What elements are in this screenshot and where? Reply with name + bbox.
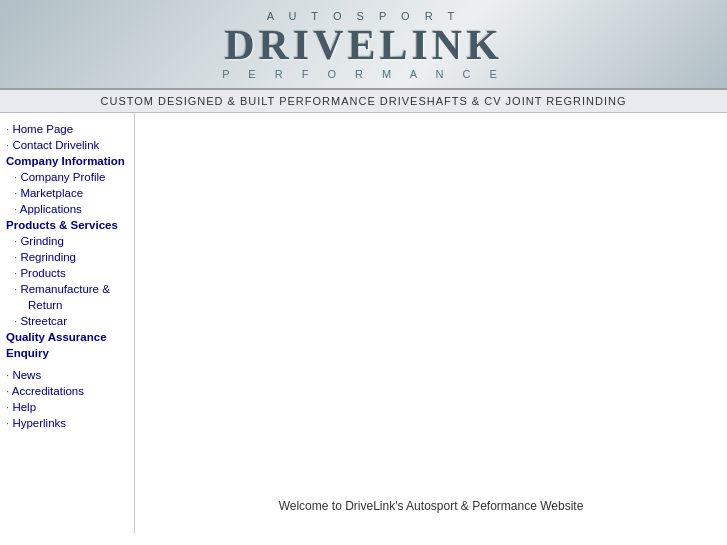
welcome-text: Welcome to DriveLink's Autosport & Pefor… [279,499,584,513]
sidebar-item-regrinding[interactable]: Regrinding [0,249,134,265]
main-layout: · Home Page· Contact DrivelinkCompany In… [0,113,727,533]
performance-label: P E R F O R M A N C E [0,68,727,80]
autosport-label: A U T O S P O R T [0,10,727,22]
sidebar-item-quality-assurance[interactable]: Quality Assurance [0,329,134,345]
sidebar-item-company-information[interactable]: Company Information [0,153,134,169]
sidebar-item-company-profile[interactable]: Company Profile [0,169,134,185]
main-content: Welcome to DriveLink's Autosport & Pefor… [135,113,727,533]
sidebar-item-products[interactable]: Products [0,265,134,281]
sidebar-item-applications[interactable]: Applications [0,201,134,217]
sidebar-item-contact-drivelink[interactable]: · Contact Drivelink [0,137,134,153]
site-header: A U T O S P O R T DRIVELINK P E R F O R … [0,0,727,90]
tagline-text: CUSTOM DESIGNED & BUILT PERFORMANCE DRIV… [101,95,627,107]
sidebar-item-accreditations[interactable]: · Accreditations [0,383,134,399]
sidebar-item-help[interactable]: · Help [0,399,134,415]
sidebar-item-streetcar[interactable]: Streetcar [0,313,134,329]
tagline-bar: CUSTOM DESIGNED & BUILT PERFORMANCE DRIV… [0,90,727,113]
sidebar-item-return[interactable]: Return [0,297,134,313]
drivelink-logo: DRIVELINK [0,24,727,66]
sidebar-item-enquiry[interactable]: Enquiry [0,345,134,361]
sidebar-item-remanufacture-[interactable]: Remanufacture & [0,281,134,297]
sidebar-nav: · Home Page· Contact DrivelinkCompany In… [0,113,135,533]
sidebar-item-products-services[interactable]: Products & Services [0,217,134,233]
sidebar-item-home-page[interactable]: · Home Page [0,121,134,137]
sidebar-item-news[interactable]: · News [0,367,134,383]
sidebar-item-hyperlinks[interactable]: · Hyperlinks [0,415,134,431]
sidebar-item-grinding[interactable]: Grinding [0,233,134,249]
sidebar-item-marketplace[interactable]: Marketplace [0,185,134,201]
